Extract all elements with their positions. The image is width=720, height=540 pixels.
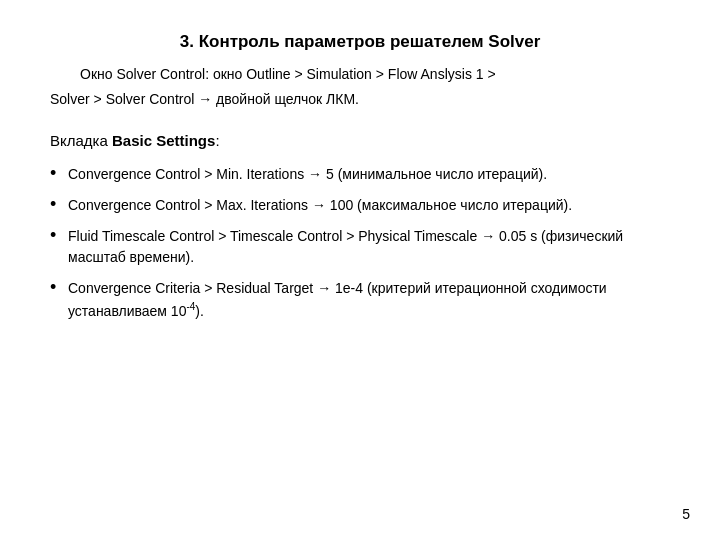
bullet-dot: • — [50, 225, 68, 247]
section-heading-prefix: Вкладка — [50, 132, 112, 149]
page-container: 3. Контроль параметров решателем Solver … — [0, 0, 720, 540]
bullet-dot: • — [50, 163, 68, 185]
list-item: • Convergence Criteria > Residual Target… — [50, 278, 670, 322]
bullet-text: Fluid Timescale Control > Timescale Cont… — [68, 226, 670, 268]
bullet-text-before-sup: Convergence Criteria > Residual Target →… — [68, 280, 607, 319]
subtitle-line: Окно Solver Control: окно Outline > Simu… — [50, 64, 670, 85]
bullet-text-after-sup: ). — [195, 303, 204, 319]
section-heading-bold: Basic Settings — [112, 132, 215, 149]
bullet-text: Convergence Control > Max. Iterations → … — [68, 195, 670, 216]
bullet-text: Convergence Control > Min. Iterations → … — [68, 164, 670, 185]
bullet-list: • Convergence Control > Min. Iterations … — [50, 164, 670, 322]
page-title: 3. Контроль параметров решателем Solver — [50, 30, 670, 54]
bullet-text-sup: Convergence Criteria > Residual Target →… — [68, 278, 670, 322]
intro-continuation: Solver > Solver Control → двойной щелчок… — [50, 89, 670, 110]
bullet-dot: • — [50, 194, 68, 216]
bullet-dot: • — [50, 277, 68, 299]
page-number: 5 — [682, 506, 690, 522]
section-heading: Вкладка Basic Settings: — [50, 130, 670, 153]
list-item: • Convergence Control > Max. Iterations … — [50, 195, 670, 216]
section-heading-suffix: : — [215, 132, 219, 149]
list-item: • Convergence Control > Min. Iterations … — [50, 164, 670, 185]
list-item: • Fluid Timescale Control > Timescale Co… — [50, 226, 670, 268]
